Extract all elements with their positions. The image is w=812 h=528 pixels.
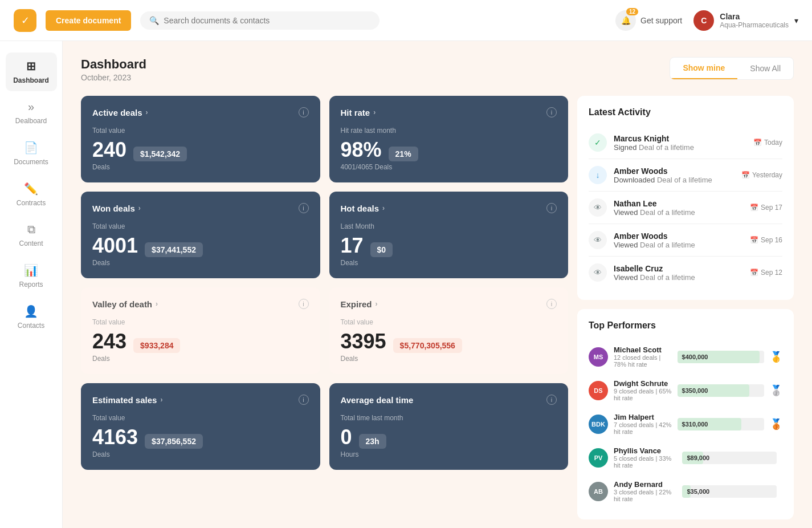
performer-medal-1: 🥈	[770, 384, 782, 397]
won-deals-arrow: ›	[138, 204, 141, 212]
sidebar-item-label: Dashboard	[13, 76, 49, 84]
hot-deals-stat-label: Last Month	[341, 222, 557, 230]
hit-rate-info-icon[interactable]: i	[546, 107, 557, 117]
expired-info-icon[interactable]: i	[546, 299, 557, 309]
active-deals-value: $1,542,342	[133, 147, 187, 161]
hot-deals-info-icon[interactable]: i	[546, 203, 557, 213]
create-document-button[interactable]: Create document	[46, 10, 131, 31]
top-performers-panel: Top Performers MS Michael Scott 12 close…	[577, 309, 794, 519]
page-title: Dashboard	[81, 57, 146, 72]
activity-icon-2: 👁	[589, 198, 607, 217]
won-deals-info-icon[interactable]: i	[299, 203, 309, 213]
sidebar-item-contacts[interactable]: 👤 Contacts	[6, 298, 57, 336]
performer-info-2: Jim Halpert 7 closed deals | 42% hit rat…	[614, 413, 672, 435]
support-icon: 🔔 12	[615, 10, 636, 31]
performer-item: BDK Jim Halpert 7 closed deals | 42% hit…	[589, 407, 782, 441]
expired-value: $5,770,305,556	[393, 338, 462, 353]
documents-icon: 📄	[24, 141, 38, 155]
estimated-sales-sub: Deals	[92, 450, 309, 458]
avg-deal-time-title[interactable]: Average deal time	[341, 395, 414, 405]
estimated-sales-stat-label: Total value	[92, 414, 309, 422]
sidebar-item-content[interactable]: ⧉ Content	[6, 216, 57, 254]
activity-name-2: Nathan Lee	[614, 199, 743, 208]
topbar-right: 🔔 12 Get support C Clara Aqua-Pharmaceut…	[615, 10, 798, 31]
performer-meta-3: 5 closed deals | 33% hit rate	[614, 455, 676, 469]
content-icon: ⧉	[27, 223, 35, 236]
active-deals-arrow: ›	[146, 108, 148, 116]
dealboard-icon: »	[28, 100, 34, 113]
performer-medal-0: 🥇	[770, 351, 782, 363]
performer-bar-0: $400,000	[678, 351, 764, 363]
avg-deal-time-info-icon[interactable]: i	[546, 395, 557, 405]
performer-avatar-1: DS	[589, 381, 608, 400]
search-input[interactable]	[164, 16, 370, 25]
user-menu[interactable]: C Clara Aqua-Pharmaceuticals ▾	[693, 10, 798, 31]
estimated-sales-arrow: ›	[160, 396, 162, 404]
performer-meta-1: 9 closed deals | 65% hit rate	[614, 388, 672, 401]
expired-sub: Deals	[341, 355, 557, 363]
reports-icon: 📊	[24, 263, 38, 277]
won-deals-value: $37,441,552	[145, 242, 203, 257]
valley-stat-label: Total value	[92, 318, 309, 326]
sidebar-item-label: Contacts	[18, 322, 44, 330]
performer-name-1: Dwight Schrute	[614, 379, 672, 388]
avatar: C	[693, 10, 714, 31]
sidebar-item-label: Contracts	[17, 199, 46, 207]
sidebar-item-label: Reports	[19, 281, 43, 289]
hot-deals-card: Hot deals › i Last Month 17 $0 Deals	[329, 192, 569, 278]
performer-name-3: Phyllis Vance	[614, 446, 676, 455]
active-deals-title[interactable]: Active deals ›	[92, 108, 148, 117]
expired-card: Expired › i Total value 3395 $5,770,305,…	[329, 287, 569, 374]
performer-bar-3: $89,000	[682, 452, 777, 464]
performer-meta-2: 7 closed deals | 42% hit rate	[614, 421, 672, 435]
performer-item: MS Michael Scott 12 closed deals | 78% h…	[589, 340, 782, 373]
valley-title[interactable]: Valley of death ›	[92, 299, 158, 309]
performer-avatar-2: BDK	[589, 415, 608, 434]
calendar-icon: 📅	[750, 236, 758, 244]
sidebar-item-reports[interactable]: 📊 Reports	[6, 257, 57, 295]
estimated-sales-info-icon[interactable]: i	[299, 395, 309, 405]
show-all-button[interactable]: Show All	[737, 58, 793, 79]
user-name: Clara	[720, 12, 789, 21]
valley-info-icon[interactable]: i	[299, 299, 309, 309]
activity-text-1: Amber Woods Downloaded Deal of a lifetim…	[614, 166, 735, 184]
activity-item: 👁 Nathan Lee Viewed Deal of a lifetime 📅…	[589, 192, 782, 224]
expired-arrow: ›	[376, 300, 378, 308]
activity-text-2: Nathan Lee Viewed Deal of a lifetime	[614, 199, 743, 217]
search-bar[interactable]: 🔍	[140, 11, 380, 30]
estimated-sales-header: Estimated sales › i	[92, 395, 309, 405]
active-deals-stat-label: Total value	[92, 127, 309, 135]
activity-title: Latest Activity	[589, 107, 782, 117]
estimated-sales-title[interactable]: Estimated sales ›	[92, 395, 162, 405]
performer-bar-4: $35,000	[682, 485, 777, 498]
activity-icon-3: 👁	[589, 231, 607, 249]
hot-deals-sub: Deals	[341, 259, 557, 267]
activity-name-4: Isabelle Cruz	[614, 264, 743, 273]
sidebar-item-dashboard[interactable]: ⊞ Dashboard	[6, 52, 57, 91]
hit-rate-title[interactable]: Hit rate ›	[341, 108, 376, 117]
estimated-sales-number: 4163	[92, 425, 138, 449]
sidebar-item-contracts[interactable]: ✏️ Contracts	[6, 175, 57, 214]
avg-deal-time-card: Average deal time i Total time last mont…	[329, 383, 569, 470]
search-icon: 🔍	[149, 16, 159, 25]
activity-action-2: Viewed Deal of a lifetime	[614, 208, 743, 217]
activity-name-3: Amber Woods	[614, 231, 743, 241]
estimated-sales-card: Estimated sales › i Total value 4163 $37…	[81, 383, 320, 470]
hit-rate-card: Hit rate › i Hit rate last month 98% 21%…	[329, 96, 569, 182]
active-deals-info-icon[interactable]: i	[299, 107, 309, 117]
support-button[interactable]: 🔔 12 Get support	[615, 10, 682, 31]
sidebar-item-dealboard[interactable]: » Dealboard	[6, 94, 57, 132]
estimated-sales-value: $37,856,552	[145, 434, 203, 449]
performer-meta-4: 3 closed deals | 22% hit rate	[614, 489, 676, 502]
expired-title[interactable]: Expired ›	[341, 299, 378, 309]
sidebar-item-documents[interactable]: 📄 Documents	[6, 134, 57, 173]
hot-deals-title[interactable]: Hot deals ›	[341, 204, 385, 213]
hot-deals-header: Hot deals › i	[341, 203, 557, 213]
performer-medal-2: 🥉	[770, 418, 782, 430]
user-text: Clara Aqua-Pharmaceuticals	[720, 12, 789, 29]
activity-text-4: Isabelle Cruz Viewed Deal of a lifetime	[614, 264, 743, 282]
won-deals-title[interactable]: Won deals ›	[92, 204, 141, 213]
avg-deal-time-header: Average deal time i	[341, 395, 557, 405]
hit-rate-sub: 4001/4065 Deals	[341, 163, 557, 171]
show-mine-button[interactable]: Show mine	[670, 58, 737, 79]
